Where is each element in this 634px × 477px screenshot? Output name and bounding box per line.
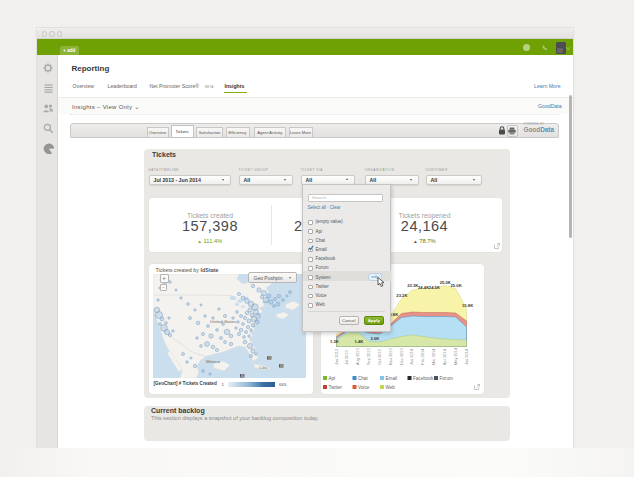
svg-text:2.6K: 2.6K: [370, 335, 379, 340]
svg-text:Jul 2013: Jul 2013: [344, 350, 349, 365]
svg-text:Nov 2013: Nov 2013: [387, 348, 392, 365]
svg-text:25.0K: 25.0K: [450, 283, 461, 288]
svg-text:Forum: Forum: [439, 375, 452, 380]
svg-text:46: 46: [240, 373, 244, 377]
svg-text:Chat: Chat: [358, 375, 368, 380]
svg-text:Voice: Voice: [358, 384, 370, 389]
svg-text:Feb 2014: Feb 2014: [420, 347, 425, 364]
svg-text:1.3K: 1.3K: [330, 339, 339, 344]
svg-text:23.2K: 23.2K: [396, 292, 407, 297]
svg-text:15.8K: 15.8K: [462, 302, 473, 307]
svg-text:Mar 2014: Mar 2014: [431, 347, 436, 364]
svg-text:United States: United States: [210, 319, 237, 324]
svg-text:Jan 2014: Jan 2014: [409, 348, 414, 365]
svg-text:México: México: [206, 359, 220, 364]
svg-text:Facebook: Facebook: [413, 375, 434, 380]
svg-text:24.4K: 24.4K: [418, 284, 429, 289]
svg-text:May 2014: May 2014: [452, 347, 457, 365]
svg-text:68: 68: [279, 363, 283, 367]
svg-text:Twitter: Twitter: [328, 384, 342, 389]
svg-text:Dec 2013: Dec 2013: [398, 348, 403, 365]
svg-text:1.4K: 1.4K: [354, 338, 363, 343]
svg-text:Aug 2013: Aug 2013: [355, 348, 360, 365]
svg-text:Oct 2013: Oct 2013: [376, 349, 381, 365]
svg-text:Cuba: Cuba: [259, 365, 267, 369]
svg-text:25.0K: 25.0K: [439, 279, 450, 284]
svg-text:Api: Api: [328, 375, 335, 380]
svg-text:Sep 2013: Sep 2013: [366, 348, 371, 365]
svg-text:Jun 2013: Jun 2013: [333, 348, 338, 364]
svg-text:Apr 2014: Apr 2014: [441, 348, 446, 365]
svg-text:Web: Web: [385, 384, 395, 389]
svg-text:83: 83: [267, 355, 271, 359]
svg-text:24.5K: 24.5K: [428, 284, 439, 289]
svg-text:Email: Email: [385, 375, 397, 380]
svg-text:Jun 2014: Jun 2014: [463, 348, 468, 365]
svg-text:23.3K: 23.3K: [407, 283, 418, 288]
